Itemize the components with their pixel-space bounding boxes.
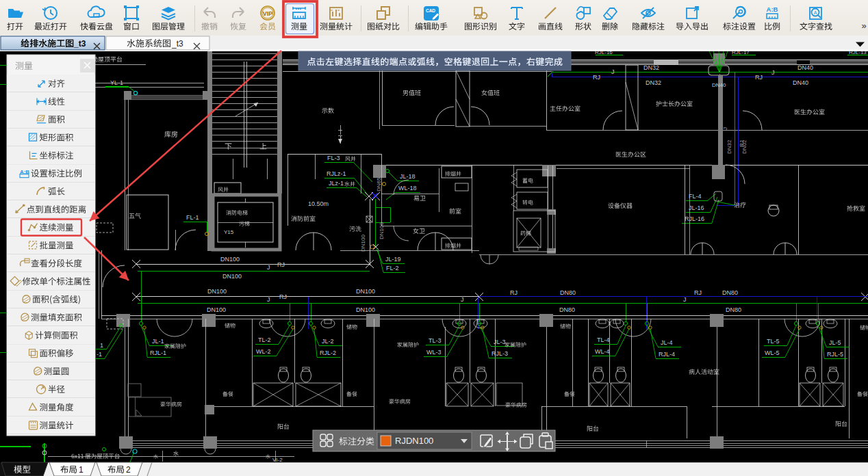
svg-text:1: 1 <box>79 465 84 475</box>
svg-text:RJ: RJ <box>279 293 287 300</box>
svg-text:DN32: DN32 <box>646 79 661 86</box>
svg-text:JL-19: JL-19 <box>385 256 401 263</box>
svg-text:JLz-1: JLz-1 <box>329 180 344 187</box>
svg-text:DN100: DN100 <box>220 256 240 263</box>
svg-text:DN40: DN40 <box>712 82 726 88</box>
svg-text:VIP: VIP <box>263 10 273 17</box>
svg-text:Y15: Y15 <box>224 229 234 235</box>
svg-text:J: J <box>722 127 728 130</box>
svg-text:WL-18: WL-18 <box>398 185 417 191</box>
svg-text:RJ: RJ <box>694 289 702 296</box>
svg-text:WL-5: WL-5 <box>765 349 780 356</box>
svg-text:JL-18: JL-18 <box>400 173 416 180</box>
svg-text:WL-3: WL-3 <box>426 349 442 356</box>
svg-text:RJL-3: RJL-3 <box>492 350 508 357</box>
svg-text:DN40: DN40 <box>797 64 813 71</box>
svg-text:DN80: DN80 <box>726 306 741 313</box>
svg-text:FL-1: FL-1 <box>186 214 199 221</box>
svg-text:TL-5: TL-5 <box>767 338 780 345</box>
svg-text:_t3: _t3 <box>171 39 183 49</box>
svg-text:JL-5: JL-5 <box>829 339 841 346</box>
svg-text:DN02: DN02 <box>741 140 748 154</box>
svg-text:JL-4: JL-4 <box>661 339 673 346</box>
svg-text:DN32: DN32 <box>726 140 732 154</box>
svg-text:TL-3: TL-3 <box>429 337 442 344</box>
svg-text:RJ: RJ <box>593 74 600 81</box>
svg-text:WL-4: WL-4 <box>595 348 610 355</box>
svg-text:RJDN100: RJDN100 <box>395 436 433 446</box>
svg-text:DN100: DN100 <box>360 235 366 252</box>
svg-text:CAD: CAD <box>426 8 435 13</box>
svg-text:FL-4: FL-4 <box>689 193 702 200</box>
svg-text:RJ: RJ <box>277 261 285 268</box>
svg-text:YL-1: YL-1 <box>110 79 123 86</box>
svg-text:J: J <box>267 296 270 303</box>
svg-text:DN100: DN100 <box>379 222 385 239</box>
svg-text:_t3: _t3 <box>73 39 86 49</box>
svg-text:DN100: DN100 <box>207 306 226 313</box>
svg-text:DN100: DN100 <box>356 288 375 295</box>
svg-text:FL-3: FL-3 <box>327 155 340 161</box>
svg-text:RJL-1: RJL-1 <box>150 349 166 356</box>
svg-text:10.50m: 10.50m <box>308 200 329 207</box>
svg-text:J: J <box>771 69 775 76</box>
svg-text:TL-2: TL-2 <box>258 336 271 343</box>
svg-text:DN100: DN100 <box>207 288 227 295</box>
svg-text:RJL-2: RJL-2 <box>320 349 336 356</box>
svg-text:WL-2: WL-2 <box>256 348 271 355</box>
svg-text:J: J <box>461 296 464 303</box>
svg-text:DN80: DN80 <box>560 289 576 296</box>
svg-text:A: A <box>814 10 817 15</box>
svg-text:J: J <box>683 296 687 303</box>
svg-text:1: 1 <box>100 342 103 349</box>
svg-text:RJL-16: RJL-16 <box>685 215 704 222</box>
svg-text:JL-2: JL-2 <box>322 338 334 345</box>
svg-text:TL-4: TL-4 <box>597 336 610 343</box>
svg-text:2: 2 <box>126 465 131 475</box>
svg-text:JL-1: JL-1 <box>152 338 164 345</box>
svg-text:RJ: RJ <box>510 289 518 296</box>
svg-text:»: » <box>861 21 866 31</box>
svg-text:JL-3: JL-3 <box>494 339 506 345</box>
svg-text:DN32: DN32 <box>643 64 659 71</box>
svg-text:-1: -1 <box>97 351 102 358</box>
svg-text:DN80: DN80 <box>722 289 738 296</box>
svg-text:DN100: DN100 <box>222 273 242 280</box>
svg-text:FL-2: FL-2 <box>386 265 399 272</box>
svg-text:DN40: DN40 <box>793 79 808 86</box>
svg-text:DN80: DN80 <box>559 306 575 313</box>
svg-text:RJLz-1: RJLz-1 <box>327 170 346 177</box>
svg-text:J: J <box>267 264 270 271</box>
svg-text:RJ: RJ <box>755 74 763 81</box>
svg-text:J: J <box>611 68 615 75</box>
svg-text:DN100: DN100 <box>356 306 375 313</box>
svg-text:JL-16: JL-16 <box>689 204 704 211</box>
svg-text:A:B: A:B <box>767 5 778 13</box>
svg-text:RJL-4: RJL-4 <box>659 351 675 358</box>
svg-text:RJL-5: RJL-5 <box>827 351 843 358</box>
